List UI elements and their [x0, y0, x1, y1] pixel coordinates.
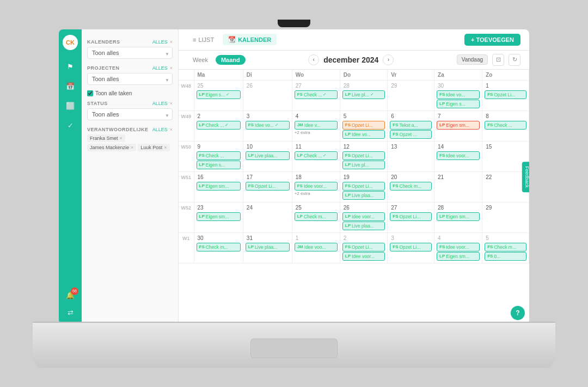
calendar-day-cell[interactable]: 5FS Check m...FS 0...: [482, 232, 529, 263]
calendar-event[interactable]: JM Idee v...: [295, 121, 338, 130]
calendar-event[interactable]: FS Opzet Li...: [485, 90, 526, 99]
calendar-event[interactable]: LP Check ... ✓: [295, 151, 338, 160]
nav-shuffle-icon[interactable]: ⇄: [64, 307, 76, 319]
calendar-event[interactable]: FS Idee vo...: [437, 90, 480, 99]
next-month-btn[interactable]: ›: [383, 54, 394, 65]
tag-james-remove[interactable]: ×: [131, 145, 133, 150]
calendar-event[interactable]: FS Check ...: [197, 151, 241, 160]
calendar-day-cell[interactable]: 28LP Live pl... ✓: [340, 80, 388, 110]
calendar-day-cell[interactable]: 11LP Check ... ✓: [292, 141, 340, 171]
calendar-day-cell[interactable]: 6FS Tekst a...FS Opzet ...: [388, 110, 434, 141]
calendar-event[interactable]: LP Eigen s...: [437, 100, 480, 108]
calendar-day-cell[interactable]: 17FS Opzet Li...: [243, 171, 292, 202]
calendar-event[interactable]: FS Opzet Li...: [342, 243, 385, 251]
calendar-day-cell[interactable]: 30FS Idee vo...LP Eigen s...: [434, 80, 482, 110]
calendar-day-cell[interactable]: 4JM Idee v...+2 extra: [292, 110, 340, 141]
calendar-day-cell[interactable]: 26LP Idee voor...LP Live plaa...: [340, 202, 388, 232]
calendar-event[interactable]: FS Opzet ...: [390, 130, 432, 139]
calendar-day-cell[interactable]: 24: [243, 202, 292, 232]
calendar-event[interactable]: FS 0...: [485, 252, 526, 261]
feedback-tab[interactable]: Feedback: [522, 162, 529, 192]
calendar-event[interactable]: FS Idee voor...: [295, 182, 338, 191]
calendar-day-cell[interactable]: 27FS Check ... ✓: [292, 80, 340, 110]
calendar-day-cell[interactable]: 7LP Eigen sm...: [434, 110, 482, 141]
calendar-event[interactable]: FS Opzet Li...: [342, 182, 385, 191]
nav-calendar-icon[interactable]: 📅: [64, 81, 76, 93]
nav-check-icon[interactable]: ✓: [64, 120, 76, 132]
calendar-day-cell[interactable]: 1JM Idee voo...: [292, 232, 340, 263]
status-select[interactable]: Toon alles: [87, 108, 173, 120]
calendar-event[interactable]: LP Check ... ✓: [197, 121, 241, 130]
calendar-day-cell[interactable]: 27FS Opzet Li...: [388, 202, 434, 232]
cal-refresh-btn[interactable]: ↻: [509, 54, 520, 66]
calendar-event[interactable]: LP Eigen sm...: [197, 182, 241, 191]
nav-flag-icon[interactable]: ⚑: [64, 61, 76, 73]
calendar-day-cell[interactable]: 29: [482, 202, 529, 232]
calendar-event[interactable]: LP Check m...: [295, 212, 338, 221]
calendar-day-cell[interactable]: 29: [388, 80, 434, 110]
tab-week[interactable]: Week: [187, 55, 213, 65]
nav-box-icon[interactable]: ⬜: [64, 100, 76, 112]
calendar-event[interactable]: LP Live pl...: [342, 161, 385, 169]
calendar-event[interactable]: LP Eigen sm...: [437, 121, 480, 130]
calendar-event[interactable]: LP Eigen sm...: [197, 212, 241, 221]
calendar-event[interactable]: LP Eigen sm...: [437, 212, 480, 221]
calendar-day-cell[interactable]: 3FS Idee vo... ✓: [243, 110, 292, 141]
calendar-day-cell[interactable]: 14FS Idee voor...: [434, 141, 482, 171]
help-button[interactable]: ?: [511, 306, 525, 320]
calendar-event[interactable]: LP Live pl... ✓: [342, 90, 385, 99]
calendar-event[interactable]: FS Idee voor...: [437, 243, 480, 251]
calendar-day-cell[interactable]: 2LP Check ... ✓: [194, 110, 243, 141]
cal-print-btn[interactable]: ⊡: [492, 54, 504, 66]
calendar-event[interactable]: LP Eigen s...: [197, 161, 241, 169]
calendar-event[interactable]: FS Check ...: [485, 121, 526, 130]
calendar-day-cell[interactable]: 21: [434, 171, 482, 202]
calendar-day-cell[interactable]: 16LP Eigen sm...: [194, 171, 243, 202]
calendar-event[interactable]: FS Opzet Li...: [246, 182, 290, 191]
calendar-day-cell[interactable]: 20FS Check m...: [388, 171, 434, 202]
calendar-day-cell[interactable]: 28LP Eigen sm...: [434, 202, 482, 232]
calendar-day-cell[interactable]: 12FS Opzet Li...LP Live pl...: [340, 141, 388, 171]
verantwoordelijke-close-btn[interactable]: ×: [170, 127, 173, 132]
calendar-day-cell[interactable]: 23LP Eigen sm...: [194, 202, 243, 232]
calendar-day-cell[interactable]: 26: [243, 80, 292, 110]
kalenders-close-btn[interactable]: ×: [170, 39, 173, 45]
calendar-day-cell[interactable]: 8FS Check ...: [482, 110, 529, 141]
calendar-event[interactable]: LP Idee vo...: [342, 130, 385, 139]
status-alles-btn[interactable]: ALLES: [152, 101, 168, 106]
kalenders-alles-btn[interactable]: ALLES: [152, 39, 168, 45]
calendar-event[interactable]: FS Check m...: [197, 243, 241, 251]
tab-lijst[interactable]: ≡ LIJST: [187, 34, 219, 45]
calendar-event[interactable]: LP Eigen sm...: [437, 252, 480, 261]
tag-franka-remove[interactable]: ×: [120, 136, 122, 141]
calendar-event[interactable]: FS Idee vo... ✓: [246, 121, 290, 130]
toevoegen-button[interactable]: + TOEVOEGEN: [464, 34, 520, 46]
calendar-day-cell[interactable]: 25LP Eigen s... ✓: [194, 80, 243, 110]
projecten-alles-btn[interactable]: ALLES: [152, 65, 168, 71]
calendar-day-cell[interactable]: 10LP Live plaa...: [243, 141, 292, 171]
calendar-day-cell[interactable]: 4FS Idee voor...LP Eigen sm...: [434, 232, 482, 263]
calendar-event[interactable]: LP Idee voor...: [342, 212, 385, 221]
calendar-day-cell[interactable]: 3FS Opzet Li...: [388, 232, 434, 263]
calendar-event[interactable]: FS Opzet Li...: [342, 151, 385, 160]
calendar-event[interactable]: LP Live plaa...: [342, 222, 385, 230]
calendar-event[interactable]: FS Opzet Li...: [390, 243, 432, 251]
calendar-event[interactable]: LP Live plaa...: [246, 151, 290, 160]
calendar-day-cell[interactable]: 13: [388, 141, 434, 171]
calendar-event[interactable]: JM Idee voo...: [295, 243, 338, 251]
calendar-event[interactable]: LP Eigen s... ✓: [197, 90, 241, 99]
calendar-day-cell[interactable]: 9FS Check ...LP Eigen s...: [194, 141, 243, 171]
calendar-day-cell[interactable]: 1FS Opzet Li...: [482, 80, 529, 110]
calendar-event[interactable]: LP Live plaa...: [342, 191, 385, 200]
calendar-day-cell[interactable]: 25LP Check m...: [292, 202, 340, 232]
calendar-event[interactable]: FS Check ... ✓: [295, 90, 338, 99]
status-close-btn[interactable]: ×: [170, 101, 173, 106]
calendar-event[interactable]: FS Tekst a...: [390, 121, 432, 130]
calendar-event[interactable]: LP Idee voor...: [342, 252, 385, 261]
calendar-event[interactable]: FS Check m...: [390, 182, 432, 191]
tab-maand[interactable]: Maand: [216, 55, 246, 65]
calendar-event[interactable]: FS Check m...: [485, 243, 526, 251]
vandaag-button[interactable]: Vandaag: [457, 54, 488, 65]
prev-month-btn[interactable]: ‹: [308, 54, 319, 65]
calendar-day-cell[interactable]: 19FS Opzet Li...LP Live plaa...: [340, 171, 388, 202]
